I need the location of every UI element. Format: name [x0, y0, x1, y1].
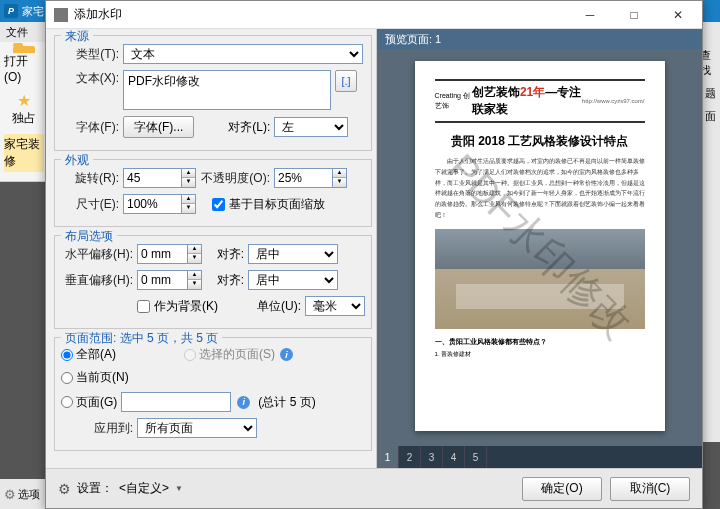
dialog-title: 添加水印 [74, 6, 568, 23]
cancel-button[interactable]: 取消(C) [610, 477, 690, 501]
insert-macro-button[interactable]: [.] [335, 70, 357, 92]
halign-select[interactable]: 居中 [248, 244, 338, 264]
star-icon: ★ [17, 91, 31, 110]
background-checkbox[interactable]: 作为背景(K) [137, 298, 218, 315]
page-logo: Creating 创艺饰 [435, 91, 472, 111]
page-image [435, 229, 645, 329]
scale-checkbox[interactable]: 基于目标页面缩放 [212, 196, 325, 213]
type-label: 类型(T): [61, 46, 119, 63]
text-label: 文本(X): [61, 70, 119, 87]
toolbar-exclusive[interactable]: ★ 独占 [4, 90, 44, 128]
valign-select[interactable]: 居中 [248, 270, 338, 290]
page-thumb-5[interactable]: 5 [465, 446, 487, 468]
app-icon: P [4, 4, 18, 18]
page-thumb-2[interactable]: 2 [399, 446, 421, 468]
unit-label: 单位(U): [253, 298, 301, 315]
maximize-button[interactable]: □ [612, 2, 656, 28]
ok-button[interactable]: 确定(O) [522, 477, 602, 501]
preview-page: Creating 创艺饰 创艺装饰21年—专注联家装 http://www.cy… [415, 61, 665, 431]
page-thumb-1[interactable]: 1 [377, 446, 399, 468]
close-button[interactable]: ✕ [656, 2, 700, 28]
page-listitem: 1. 普装修建材 [435, 350, 645, 359]
settings-preset[interactable]: <自定义> [119, 480, 169, 497]
hoff-spinner[interactable]: ▲▼ [137, 244, 202, 264]
text-input[interactable]: PDF水印修改 [123, 70, 331, 110]
info-icon[interactable]: i [237, 396, 250, 409]
applyto-select[interactable]: 所有页面 [137, 418, 257, 438]
page-subheading: 一、贵阳工业风格装修都有些特点？ [435, 337, 645, 347]
valign-label: 对齐: [206, 272, 244, 289]
rotate-label: 旋转(R): [61, 170, 119, 187]
settings-label: 设置： [77, 480, 113, 497]
preview-header: 预览页面: 1 [377, 29, 702, 49]
chevron-down-icon[interactable]: ▼ [175, 484, 183, 493]
page-thumb-3[interactable]: 3 [421, 446, 443, 468]
type-select[interactable]: 文本 [123, 44, 363, 64]
radio-selected[interactable]: 选择的页面(S)i [184, 346, 293, 363]
opacity-spinner[interactable]: ▲▼ [274, 168, 347, 188]
total-pages: (总计 5 页) [258, 394, 315, 411]
halign-label: 对齐: [206, 246, 244, 263]
applyto-label: 应用到: [61, 420, 133, 437]
group-pagerange: 页面范围: 选中 5 页，共 5 页 [61, 330, 222, 347]
pages-input[interactable] [121, 392, 231, 412]
gear-icon[interactable]: ⚙ [4, 487, 16, 502]
watermark-dialog: 添加水印 ─ □ ✕ 来源 类型(T): 文本 文本(X): PDF水印修改 [… [45, 0, 703, 509]
align-select[interactable]: 左 [274, 117, 348, 137]
radio-pages[interactable]: 页面(G) [61, 394, 117, 411]
dialog-icon [54, 8, 68, 22]
hoff-label: 水平偏移(H): [61, 246, 133, 263]
menu-file[interactable]: 文件 [6, 25, 28, 40]
page-paragraph: 由于人们对生活品质要求越高，对室内的装修已不再是向以前一样简单装修下就完事了。为… [435, 156, 645, 221]
font-label: 字体(F): [61, 119, 119, 136]
align-label: 对齐(L): [220, 119, 270, 136]
right-tab-find[interactable]: 查找 [700, 48, 720, 78]
group-appearance: 外观 [61, 152, 93, 169]
radio-all[interactable]: 全部(A) [61, 346, 116, 363]
toolbar-open[interactable]: 打开(O) [4, 46, 44, 84]
app-title: 家宅 [22, 4, 44, 19]
chevron-down-icon[interactable]: ▼ [182, 178, 195, 187]
radio-current[interactable]: 当前页(N) [61, 369, 129, 386]
voff-label: 垂直偏移(H): [61, 272, 133, 289]
group-layout: 布局选项 [61, 228, 117, 245]
preview-area: Creating 创艺饰 创艺装饰21年—专注联家装 http://www.cy… [377, 49, 702, 446]
toolbar-home[interactable]: 家宅装修 [4, 134, 44, 172]
chevron-up-icon[interactable]: ▲ [182, 169, 195, 178]
page-title: 贵阳 2018 工艺风格装修设计特点 [435, 133, 645, 150]
opacity-label: 不透明度(O): [200, 170, 270, 187]
gear-icon[interactable]: ⚙ [58, 481, 71, 497]
page-url: http://www.cyzs97.com/ [582, 98, 645, 104]
bottom-options[interactable]: 选项 [18, 487, 40, 502]
size-label: 尺寸(E): [61, 196, 119, 213]
minimize-button[interactable]: ─ [568, 2, 612, 28]
size-spinner[interactable]: ▲▼ [123, 194, 196, 214]
page-brand: 创艺装饰21年—专注联家装 [472, 84, 582, 118]
folder-icon [13, 46, 35, 53]
group-source: 来源 [61, 29, 93, 45]
preview-pager: 1 2 3 4 5 [377, 446, 702, 468]
right-tab-2[interactable]: 面 [705, 109, 716, 124]
info-icon[interactable]: i [280, 348, 293, 361]
rotate-spinner[interactable]: ▲▼ [123, 168, 196, 188]
right-tab-1[interactable]: 题 [705, 86, 716, 101]
page-thumb-4[interactable]: 4 [443, 446, 465, 468]
unit-select[interactable]: 毫米 [305, 296, 365, 316]
font-button[interactable]: 字体(F)... [123, 116, 194, 138]
voff-spinner[interactable]: ▲▼ [137, 270, 202, 290]
